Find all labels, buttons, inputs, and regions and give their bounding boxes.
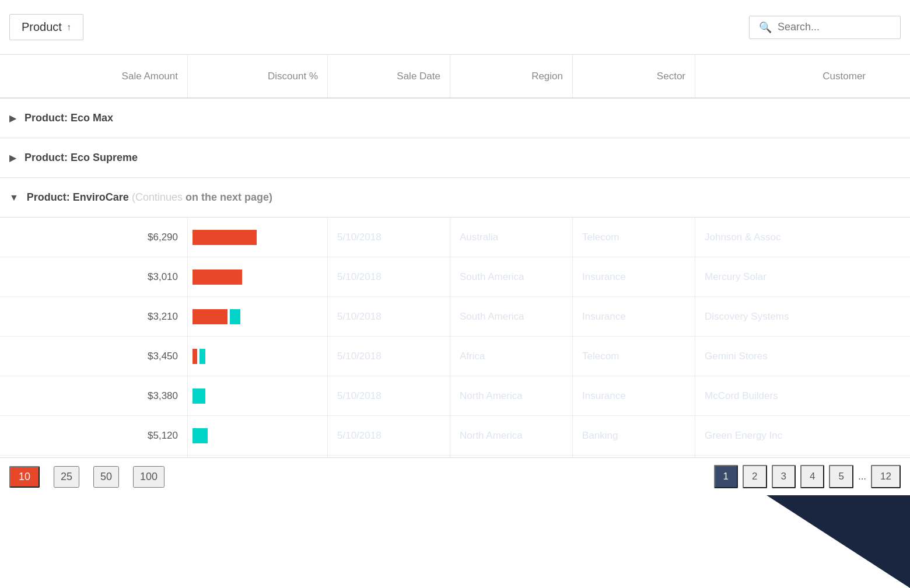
col-header-sale-amount[interactable]: Sale Amount xyxy=(0,55,188,97)
cell-customer-3: Discovery Systems xyxy=(695,297,875,336)
page-2[interactable]: 2 xyxy=(743,465,766,488)
table-row: $3,450 5/10/2018 Africa Telecom Gemini S… xyxy=(0,337,910,376)
chevron-right-icon-2: ▶ xyxy=(9,152,16,163)
group-label-envirocare: Product: EnviroCare (Continues on the ne… xyxy=(27,191,272,204)
table-row: $6,290 5/10/2018 Australia Telecom Johns… xyxy=(0,218,910,257)
cell-discount-6 xyxy=(188,416,328,455)
sort-arrow-icon: ↑ xyxy=(66,22,71,33)
cell-region-6: North America xyxy=(450,416,573,455)
bar-teal-6 xyxy=(192,428,208,443)
cell-date-5: 5/10/2018 xyxy=(328,376,450,415)
cell-sector-6: Banking xyxy=(573,416,695,455)
cell-discount-1 xyxy=(188,218,328,257)
data-rows: $6,290 5/10/2018 Australia Telecom Johns… xyxy=(0,218,910,495)
cell-sector-2: Insurance xyxy=(573,257,695,296)
cell-discount-5 xyxy=(188,376,328,415)
top-bar: Product ↑ 🔍 xyxy=(0,0,910,55)
bar-red-3 xyxy=(192,309,228,324)
cell-sale-amount-6: $5,120 xyxy=(0,416,188,455)
cell-sector-5: Insurance xyxy=(573,376,695,415)
group-label-eco-max: Product: Eco Max xyxy=(24,112,113,124)
cell-region-4: Africa xyxy=(450,337,573,376)
group-row-envirocare[interactable]: ▼ Product: EnviroCare (Continues on the … xyxy=(0,178,910,218)
bar-red-1 xyxy=(192,230,257,245)
cell-region-1: Australia xyxy=(450,218,573,257)
col-header-discount[interactable]: Discount % xyxy=(188,55,328,97)
cell-sale-amount-4: $3,450 xyxy=(0,337,188,376)
search-input[interactable] xyxy=(778,21,891,33)
chevron-right-icon: ▶ xyxy=(9,113,16,124)
bar-teal-3 xyxy=(230,309,240,324)
bar-red-2 xyxy=(192,270,242,285)
pagination: 10 25 50 100 1 2 3 4 5 ... 12 xyxy=(0,457,910,495)
page-ellipsis: ... xyxy=(858,471,866,482)
group-row-eco-max[interactable]: ▶ Product: Eco Max xyxy=(0,99,910,138)
cell-sale-amount-2: $3,010 xyxy=(0,257,188,296)
cell-discount-2 xyxy=(188,257,328,296)
cell-sale-amount-5: $3,380 xyxy=(0,376,188,415)
page-4[interactable]: 4 xyxy=(800,465,824,488)
col-header-sector[interactable]: Sector xyxy=(573,55,695,97)
page-size-controls: 10 25 50 100 xyxy=(9,466,164,488)
chevron-down-icon: ▼ xyxy=(9,192,19,203)
cell-sale-amount-1: $6,290 xyxy=(0,218,188,257)
cell-sale-amount-3: $3,210 xyxy=(0,297,188,336)
cell-discount-3 xyxy=(188,297,328,336)
cell-region-2: South America xyxy=(450,257,573,296)
cell-customer-1: Johnson & Assoc xyxy=(695,218,875,257)
product-sort-button[interactable]: Product ↑ xyxy=(9,14,83,40)
bar-teal-4 xyxy=(200,349,205,364)
page-12[interactable]: 12 xyxy=(871,465,901,488)
page-5[interactable]: 5 xyxy=(829,465,853,488)
table-row: $3,010 5/10/2018 South America Insurance… xyxy=(0,257,910,297)
cell-date-4: 5/10/2018 xyxy=(328,337,450,376)
cell-customer-2: Mercury Solar xyxy=(695,257,875,296)
cell-sector-4: Telecom xyxy=(573,337,695,376)
page-size-25[interactable]: 25 xyxy=(54,466,79,488)
page-3[interactable]: 3 xyxy=(772,465,796,488)
col-header-customer[interactable]: Customer xyxy=(695,55,875,97)
bar-teal-5 xyxy=(192,388,205,404)
main-container: Product ↑ 🔍 Sale Amount Discount % Sale … xyxy=(0,0,910,495)
page-size-10[interactable]: 10 xyxy=(9,466,40,488)
page-1[interactable]: 1 xyxy=(714,465,738,488)
cell-customer-5: McCord Builders xyxy=(695,376,875,415)
table-row: $5,120 5/10/2018 North America Banking G… xyxy=(0,416,910,456)
col-header-region[interactable]: Region xyxy=(450,55,573,97)
cell-customer-6: Green Energy Inc xyxy=(695,416,875,455)
cell-region-3: South America xyxy=(450,297,573,336)
table-row: $3,380 5/10/2018 North America Insurance… xyxy=(0,376,910,416)
cell-date-6: 5/10/2018 xyxy=(328,416,450,455)
col-header-sale-date[interactable]: Sale Date xyxy=(328,55,450,97)
cell-date-2: 5/10/2018 xyxy=(328,257,450,296)
group-label-eco-supreme: Product: Eco Supreme xyxy=(24,152,138,164)
page-size-100[interactable]: 100 xyxy=(133,466,164,488)
cell-sector-3: Insurance xyxy=(573,297,695,336)
group-row-eco-supreme[interactable]: ▶ Product: Eco Supreme xyxy=(0,138,910,178)
cell-date-3: 5/10/2018 xyxy=(328,297,450,336)
search-icon: 🔍 xyxy=(759,21,772,34)
cell-sector-1: Telecom xyxy=(573,218,695,257)
column-headers: Sale Amount Discount % Sale Date Region … xyxy=(0,55,910,99)
table-row: $3,210 5/10/2018 South America Insurance… xyxy=(0,297,910,337)
product-label: Product xyxy=(22,20,62,34)
cell-discount-4 xyxy=(188,337,328,376)
cell-customer-4: Gemini Stores xyxy=(695,337,875,376)
cell-region-5: North America xyxy=(450,376,573,415)
search-box: 🔍 xyxy=(749,16,901,39)
page-size-50[interactable]: 50 xyxy=(93,466,119,488)
bar-red-4 xyxy=(192,349,197,364)
page-numbers: 1 2 3 4 5 ... 12 xyxy=(714,465,901,488)
cell-date-1: 5/10/2018 xyxy=(328,218,450,257)
